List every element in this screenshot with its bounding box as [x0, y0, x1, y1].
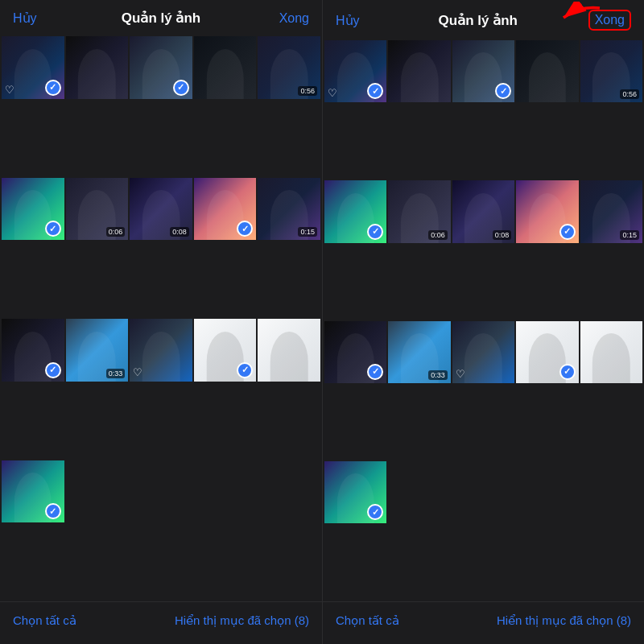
- photo-cell[interactable]: [388, 40, 450, 102]
- duration-badge: 0:08: [493, 230, 512, 240]
- photo-cell[interactable]: [324, 180, 386, 242]
- left-title: Quản lý ảnh: [45, 10, 277, 27]
- right-select-all-button[interactable]: Chọn tất cả: [336, 613, 399, 628]
- photo-cell[interactable]: [516, 40, 578, 102]
- left-photo-grid: ♡ 0:56 0:06 0:08: [0, 35, 322, 601]
- heart-icon: ♡: [133, 366, 142, 378]
- right-cancel-button[interactable]: Hủy: [336, 13, 368, 28]
- check-badge: [367, 504, 383, 520]
- photo-cell[interactable]: [194, 178, 257, 241]
- left-select-all-button[interactable]: Chọn tất cả: [13, 613, 76, 628]
- right-panel: Hủy Quản lý ảnh Xong ♡: [322, 0, 644, 644]
- check-badge: [237, 221, 253, 237]
- check-badge: [495, 83, 511, 99]
- duration-badge: 0:08: [170, 227, 189, 237]
- photo-cell[interactable]: ♡: [452, 321, 514, 383]
- photo-cell[interactable]: ♡: [2, 36, 64, 99]
- photo-cell[interactable]: 0:33: [388, 321, 450, 383]
- duration-badge: 0:56: [620, 89, 639, 99]
- photo-cell[interactable]: [2, 178, 64, 241]
- duration-badge: 0:15: [620, 230, 639, 240]
- check-badge: [45, 362, 61, 378]
- duration-badge: 0:33: [106, 369, 126, 378]
- photo-cell[interactable]: [580, 321, 642, 383]
- photo-cell[interactable]: [516, 321, 578, 383]
- check-badge: [559, 364, 576, 380]
- photo-cell[interactable]: [324, 461, 386, 523]
- photo-cell[interactable]: [194, 319, 257, 382]
- duration-badge: 0:56: [298, 86, 317, 96]
- left-cancel-button[interactable]: Hủy: [13, 10, 45, 26]
- check-badge: [367, 224, 383, 240]
- photo-cell[interactable]: 0:06: [66, 178, 129, 241]
- left-header: Hủy Quản lý ảnh Xong: [0, 0, 322, 35]
- photo-cell[interactable]: 0:15: [258, 178, 320, 241]
- photo-cell[interactable]: [66, 36, 129, 99]
- left-panel: Hủy Quản lý ảnh Xong ♡ 0:56: [0, 0, 322, 644]
- photo-cell[interactable]: 0:56: [580, 40, 642, 102]
- photo-cell[interactable]: [2, 319, 64, 382]
- heart-icon: ♡: [456, 368, 465, 380]
- right-footer: Chọn tất cả Hiển thị mục đã chọn (8): [323, 601, 644, 644]
- photo-cell[interactable]: 0:08: [452, 180, 514, 242]
- photo-cell[interactable]: [130, 36, 192, 99]
- photo-cell[interactable]: [516, 180, 578, 242]
- left-done-button[interactable]: Xong: [277, 11, 309, 26]
- xong-outlined-label: Xong: [588, 10, 631, 31]
- duration-badge: 0:33: [428, 370, 448, 380]
- right-header: Hủy Quản lý ảnh Xong: [323, 0, 644, 39]
- left-show-selected-button[interactable]: Hiển thị mục đã chọn (8): [175, 613, 309, 628]
- check-badge: [367, 364, 383, 380]
- heart-icon: ♡: [5, 84, 14, 96]
- photo-cell[interactable]: [324, 321, 386, 383]
- right-show-selected-button[interactable]: Hiển thị mục đã chọn (8): [497, 613, 631, 628]
- photo-cell[interactable]: ♡: [324, 40, 386, 102]
- photo-cell[interactable]: ♡: [130, 319, 192, 382]
- check-badge: [559, 224, 576, 240]
- check-badge: [237, 362, 253, 378]
- check-badge: [45, 503, 61, 519]
- duration-badge: 0:06: [428, 230, 448, 240]
- photo-cell[interactable]: [194, 36, 257, 99]
- right-photo-grid: ♡ 0:56 0:06 0:08: [323, 39, 644, 601]
- check-badge: [367, 83, 383, 99]
- check-badge: [45, 221, 61, 237]
- photo-cell[interactable]: 0:56: [258, 36, 320, 99]
- duration-badge: 0:15: [298, 227, 317, 237]
- photo-cell[interactable]: [258, 319, 320, 382]
- photo-cell[interactable]: [2, 460, 64, 523]
- check-badge: [173, 80, 189, 96]
- heart-icon: ♡: [328, 87, 337, 99]
- photo-cell[interactable]: 0:15: [580, 180, 642, 242]
- photo-cell[interactable]: 0:06: [388, 180, 450, 242]
- right-title: Quản lý ảnh: [368, 12, 588, 29]
- photo-cell[interactable]: 0:33: [66, 319, 129, 382]
- duration-badge: 0:06: [106, 227, 126, 237]
- right-done-button[interactable]: Xong: [588, 10, 631, 31]
- left-footer: Chọn tất cả Hiển thị mục đã chọn (8): [0, 601, 322, 644]
- check-badge: [45, 80, 61, 96]
- photo-cell[interactable]: [452, 40, 514, 102]
- photo-cell[interactable]: 0:08: [130, 178, 192, 241]
